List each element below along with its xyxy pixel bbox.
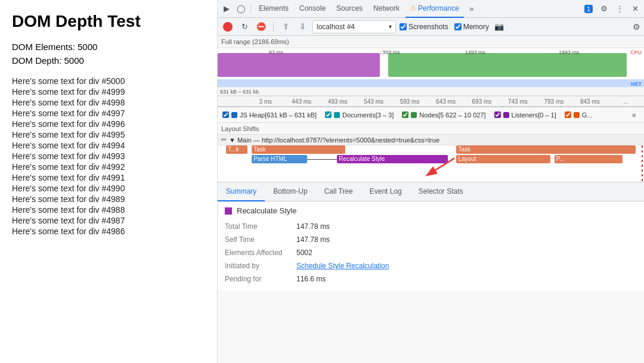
summary-total-value: 147.78 ms xyxy=(296,222,330,231)
inspect-icon[interactable]: ▶ xyxy=(220,2,233,15)
reload-btn[interactable]: ↻ xyxy=(238,20,251,33)
list-item: Here's some text for div #5000 xyxy=(12,76,205,86)
tab-event-log[interactable]: Event Log xyxy=(361,182,410,201)
memory-checkbox[interactable]: Memory xyxy=(454,23,489,31)
perf-settings-icon[interactable]: ⚙ xyxy=(633,22,640,32)
bottom-ruler: 3 ms 443 ms 493 ms 543 ms 593 ms 643 ms … xyxy=(218,96,644,107)
timeline-area: Full range (2186.69ms) 631 kB – 631 kb C… xyxy=(218,36,644,107)
notification-badge[interactable]: 1 xyxy=(582,2,595,15)
legend-listeners-cb[interactable] xyxy=(494,111,501,118)
tab-performance[interactable]: ⚠ Performance xyxy=(405,0,464,18)
more-tabs-icon[interactable]: » xyxy=(465,2,478,15)
list-item: Here's some text for div #4987 xyxy=(12,216,205,225)
tab-selector-stats[interactable]: Selector Stats xyxy=(410,182,472,201)
list-item: Here's some text for div #4998 xyxy=(12,98,205,107)
badge-count: 1 xyxy=(584,5,593,13)
list-item: Here's some text for div #4989 xyxy=(12,194,205,204)
summary-pending-value: 116.6 ms xyxy=(296,275,326,283)
close-icon[interactable]: ✕ xyxy=(628,2,642,15)
summary-elements-row: Elements Affected 5002 xyxy=(225,246,637,259)
clear-btn[interactable]: ⛔ xyxy=(255,20,268,33)
flame-recalculate-style[interactable]: Recalculate Style xyxy=(337,155,448,163)
dom-list: Here's some text for div #5000Here's som… xyxy=(12,76,205,236)
tab-sources[interactable]: Sources xyxy=(332,0,367,18)
memory-cb-input[interactable] xyxy=(454,23,462,30)
tab-elements[interactable]: Elements xyxy=(254,0,293,18)
legend-documents[interactable]: Documents[3 – 3] xyxy=(325,111,394,119)
camera-icon[interactable]: 📷 xyxy=(493,20,506,33)
tab-bottom-up[interactable]: Bottom-Up xyxy=(265,182,315,201)
heap-label-row: 631 kB – 631 kb xyxy=(218,87,644,95)
dom-elements-count: DOM Elements: 5000 xyxy=(12,42,205,52)
flame-parse-html[interactable]: Parse HTML xyxy=(252,155,307,163)
list-item: Here's some text for div #4991 xyxy=(12,173,205,182)
bottom-tabs: Summary Bottom-Up Call Tree Event Log Se… xyxy=(218,182,644,201)
legend-js-heap-cb[interactable] xyxy=(222,111,229,118)
summary-pending-row: Pending for 116.6 ms xyxy=(225,272,637,286)
cpu-purple-bar xyxy=(218,53,380,77)
tab-console[interactable]: Console xyxy=(295,0,330,18)
download-btn[interactable]: ⇩ xyxy=(296,20,309,33)
flame-task-1[interactable]: T...k xyxy=(226,145,247,154)
summary-elements-value: 5002 xyxy=(296,249,312,257)
connector-line xyxy=(307,159,337,160)
summary-initiated-row: Initiated by Schedule Style Recalculatio… xyxy=(225,259,637,272)
summary-initiated-link[interactable]: Schedule Style Recalculation xyxy=(296,262,389,270)
tab-summary[interactable]: Summary xyxy=(218,182,265,201)
flame-layout[interactable]: Layout xyxy=(456,155,550,163)
legend-bar: JS Heap[631 kB – 631 kB] Documents[3 – 3… xyxy=(218,107,644,123)
perf-toolbar: ↻ ⛔ ⇧ ⇩ localhost #4 ▾ Screenshots Memor… xyxy=(218,18,644,36)
summary-self-label: Self Time xyxy=(225,235,296,244)
legend-g-dot xyxy=(574,112,580,118)
devtools-panel: ▶ ◯ Elements Console Sources Network ⚠ P… xyxy=(218,0,644,363)
screenshots-checkbox[interactable]: Screenshots xyxy=(400,23,448,31)
summary-elements-label: Elements Affected xyxy=(225,249,296,257)
legend-g-cb[interactable] xyxy=(565,111,571,118)
flame-bars-container: T...k Task Task Parse HTML Recalculate S… xyxy=(218,145,644,181)
cpu-green-bar xyxy=(388,53,627,77)
flame-task-2[interactable]: Task xyxy=(252,145,345,154)
summary-self-value: 147.78 ms xyxy=(296,235,330,244)
legend-nodes[interactable]: Nodes[5 622 – 10 027] xyxy=(402,111,485,119)
dom-depth-count: DOM Depth: 5000 xyxy=(12,55,205,66)
legend-listeners[interactable]: Listeners[0 – 1] xyxy=(494,111,556,119)
legend-scroll: ≡ xyxy=(632,111,639,119)
summary-total-time-row: Total Time 147.78 ms xyxy=(225,220,637,233)
list-item: Here's some text for div #4999 xyxy=(12,87,205,97)
main-track-label: ✏ ▼ Main — http://localhost:8787/?elemen… xyxy=(218,135,644,145)
list-item: Here's some text for div #4994 xyxy=(12,141,205,150)
device-icon[interactable]: ◯ xyxy=(234,2,247,15)
flame-task-3[interactable]: Task xyxy=(456,145,635,154)
dropdown-arrow: ▾ xyxy=(389,23,392,30)
summary-initiated-label: Initiated by xyxy=(225,262,296,270)
settings-icon[interactable]: ⚙ xyxy=(597,2,611,15)
summary-pending-label: Pending for xyxy=(225,275,296,283)
page-title: DOM Depth Test xyxy=(12,12,205,31)
tab-call-tree[interactable]: Call Tree xyxy=(316,182,361,201)
list-item: Here's some text for div #4990 xyxy=(12,184,205,193)
time-1493: 1493 ms xyxy=(465,49,486,55)
list-item: Here's some text for div #4988 xyxy=(12,205,205,215)
legend-docs-cb[interactable] xyxy=(325,111,332,118)
right-edge-indicator xyxy=(642,145,643,181)
layout-shifts-label: Layout Shifts xyxy=(218,123,644,135)
legend-g[interactable]: G... xyxy=(565,111,593,119)
list-item: Here's some text for div #4992 xyxy=(12,162,205,172)
list-item: Here's some text for div #4995 xyxy=(12,130,205,139)
tab-network[interactable]: Network xyxy=(369,0,404,18)
url-selector[interactable]: localhost #4 ▾ xyxy=(312,20,396,33)
upload-btn[interactable]: ⇧ xyxy=(279,20,292,33)
legend-js-heap[interactable]: JS Heap[631 kB – 631 kB] xyxy=(222,111,317,119)
record-btn[interactable] xyxy=(223,22,233,32)
more-options-icon[interactable]: ⋮ xyxy=(613,2,626,15)
sep2 xyxy=(273,22,274,32)
flame-chart-area[interactable]: Layout Shifts ✏ ▼ Main — http://localhos… xyxy=(218,123,644,182)
pencil-icon[interactable]: ✏ xyxy=(221,136,227,144)
summary-total-label: Total Time xyxy=(225,222,296,231)
summary-title: Recalculate Style xyxy=(237,206,296,215)
flame-p[interactable]: P... xyxy=(555,155,623,163)
full-range-label: Full range (2186.69ms) xyxy=(218,36,644,48)
legend-nodes-cb[interactable] xyxy=(402,111,408,118)
list-item: Here's some text for div #4996 xyxy=(12,119,205,129)
screenshots-cb-input[interactable] xyxy=(400,23,407,30)
